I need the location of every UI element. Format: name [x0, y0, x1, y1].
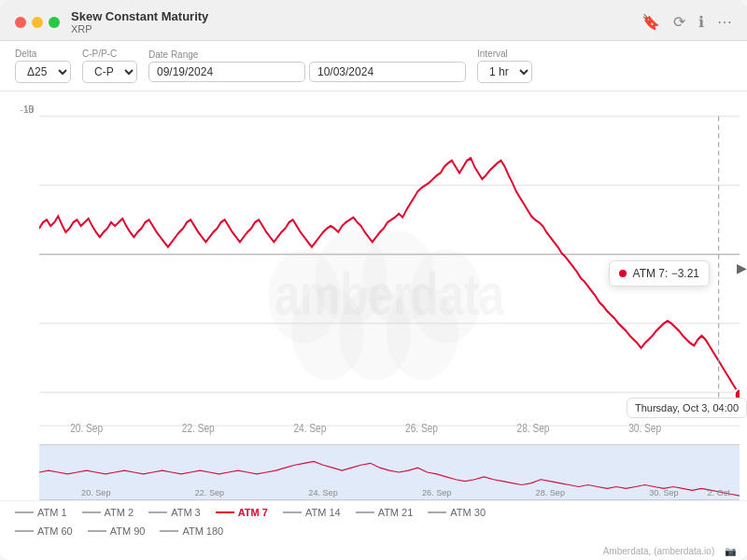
info-icon[interactable]: ℹ	[698, 13, 704, 31]
legend-line-atm2	[82, 511, 101, 513]
legend-label-atm2: ATM 2	[105, 507, 134, 518]
title-bar: Skew Constant Maturity XRP 🔖 ⟳ ℹ ⋯	[0, 0, 747, 41]
mini-chart[interactable]: 20. Sep 22. Sep 24. Sep 26. Sep 28. Sep …	[39, 444, 740, 500]
camera-icon[interactable]: 📷	[725, 546, 736, 556]
legend-line-atm90	[88, 530, 106, 532]
page-title: Skew Constant Maturity	[71, 9, 641, 23]
legend-atm2[interactable]: ATM 2	[82, 507, 134, 518]
legend-area: ATM 1 ATM 2 ATM 3 ATM 7 ATM 14 ATM 21 AT…	[0, 500, 747, 544]
legend-label-atm1: ATM 1	[37, 507, 67, 518]
cpp-control: C-P/P-C C-P	[82, 49, 137, 83]
delta-select[interactable]: Δ25	[15, 61, 71, 83]
date-range-control: Date Range	[148, 49, 466, 82]
tooltip-dot	[619, 270, 627, 277]
svg-text:28. Sep: 28. Sep	[517, 420, 550, 434]
refresh-icon[interactable]: ⟳	[673, 13, 685, 31]
svg-text:20. Sep: 20. Sep	[70, 420, 103, 434]
legend-atm30[interactable]: ATM 30	[428, 507, 486, 518]
legend-line-atm30	[428, 511, 446, 513]
minimize-button[interactable]	[32, 17, 43, 28]
date-to-input[interactable]	[309, 62, 466, 82]
scroll-right-icon[interactable]: ▶	[737, 260, 747, 275]
legend-atm14[interactable]: ATM 14	[283, 507, 341, 518]
legend-atm3[interactable]: ATM 3	[148, 507, 201, 518]
svg-text:24. Sep: 24. Sep	[293, 420, 326, 434]
legend-label-atm3: ATM 3	[171, 507, 201, 518]
svg-text:28. Sep: 28. Sep	[536, 488, 565, 497]
svg-text:26. Sep: 26. Sep	[422, 488, 451, 497]
svg-text:22. Sep: 22. Sep	[182, 420, 215, 434]
y-label-n10: -10	[0, 105, 34, 115]
legend-atm21[interactable]: ATM 21	[356, 507, 414, 518]
more-icon[interactable]: ⋯	[717, 13, 732, 31]
controls-bar: Delta Δ25 C-P/P-C C-P Date Range Interva…	[0, 41, 747, 91]
legend-line-atm21	[356, 511, 374, 513]
legend-label-atm90: ATM 90	[110, 525, 146, 537]
legend-atm1[interactable]: ATM 1	[15, 507, 67, 518]
date-from-input[interactable]	[148, 62, 305, 82]
legend-line-atm180	[160, 530, 178, 532]
chart-area: 10 5 0 -5 -10 amberdata	[0, 91, 747, 500]
svg-text:30. Sep: 30. Sep	[649, 488, 678, 497]
svg-text:30. Sep: 30. Sep	[628, 420, 661, 434]
legend-label-atm21: ATM 21	[378, 507, 414, 518]
legend-label-atm30: ATM 30	[450, 507, 486, 518]
delta-label: Delta	[15, 49, 71, 59]
svg-text:26. Sep: 26. Sep	[405, 420, 438, 434]
interval-select[interactable]: 1 hr	[477, 61, 532, 83]
bookmark-icon[interactable]: 🔖	[641, 13, 660, 31]
legend-line-atm14	[283, 511, 302, 513]
tooltip-box: ATM 7: −3.21	[609, 260, 710, 287]
app-window: Skew Constant Maturity XRP 🔖 ⟳ ℹ ⋯ Delta…	[0, 0, 747, 560]
svg-text:20. Sep: 20. Sep	[81, 488, 110, 497]
svg-text:2. Oct: 2. Oct	[708, 488, 731, 497]
tooltip-date: Thursday, Oct 3, 04:00	[627, 398, 747, 418]
legend-atm60[interactable]: ATM 60	[15, 525, 73, 537]
cpp-select[interactable]: C-P	[82, 61, 137, 83]
legend-atm180[interactable]: ATM 180	[160, 525, 223, 537]
legend-label-atm14: ATM 14	[305, 507, 341, 518]
tooltip-label: ATM 7: −3.21	[633, 267, 699, 280]
title-info: Skew Constant Maturity XRP	[71, 9, 641, 35]
page-subtitle: XRP	[71, 23, 641, 35]
maximize-button[interactable]	[49, 17, 60, 28]
window-controls	[15, 17, 60, 28]
interval-control: Interval 1 hr	[477, 49, 532, 83]
legend-label-atm7: ATM 7	[238, 507, 268, 518]
credit-text: Amberdata, (amberdata.io)	[603, 546, 715, 556]
close-button[interactable]	[15, 17, 26, 28]
legend-atm90[interactable]: ATM 90	[88, 525, 146, 537]
svg-text:24. Sep: 24. Sep	[308, 488, 337, 497]
interval-label: Interval	[477, 49, 532, 59]
mini-chart-selection	[39, 445, 740, 499]
legend-label-atm60: ATM 60	[37, 525, 73, 537]
legend-line-atm60	[15, 530, 34, 532]
legend-line-atm7	[216, 511, 234, 513]
legend-line-atm3	[148, 511, 167, 513]
footer-credit: Amberdata, (amberdata.io) 📷	[0, 544, 747, 560]
legend-label-atm180: ATM 180	[182, 525, 223, 537]
delta-control: Delta Δ25	[15, 49, 71, 83]
svg-point-13	[387, 287, 458, 380]
title-icons: 🔖 ⟳ ℹ ⋯	[641, 13, 732, 31]
cpp-label: C-P/P-C	[82, 49, 137, 59]
legend-line-atm1	[15, 511, 34, 513]
legend-atm7[interactable]: ATM 7	[216, 507, 268, 518]
date-range-label: Date Range	[148, 49, 466, 60]
svg-text:22. Sep: 22. Sep	[195, 488, 224, 497]
main-chart: 10 5 0 -5 -10 amberdata	[0, 91, 747, 444]
